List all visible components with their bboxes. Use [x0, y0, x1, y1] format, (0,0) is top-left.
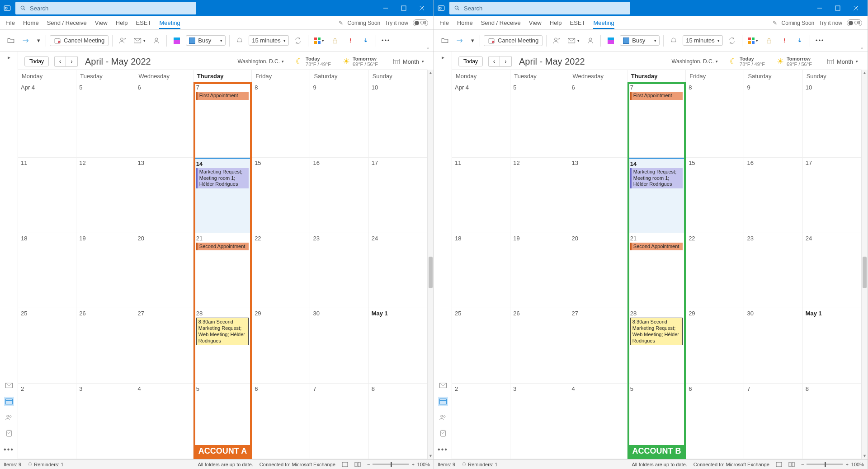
day-cell[interactable]: 26 — [76, 308, 135, 384]
calendar-icon[interactable] — [438, 397, 448, 406]
scroll-thumb[interactable] — [863, 257, 867, 288]
day-cell[interactable]: 19 — [510, 233, 569, 309]
day-cell[interactable]: 3 — [76, 384, 135, 459]
maximize-button[interactable] — [829, 0, 847, 16]
menu-help[interactable]: Help — [550, 19, 562, 26]
menu-file[interactable]: File — [5, 19, 15, 26]
zoom-control[interactable]: − + 100% — [367, 462, 430, 467]
day-cell[interactable]: 6 — [569, 82, 627, 158]
day-cell[interactable]: 6 — [686, 384, 744, 459]
day-cell[interactable]: 2 — [452, 384, 510, 459]
reminder-bell-icon[interactable] — [667, 34, 680, 47]
day-cell[interactable]: Apr 4 — [18, 82, 76, 158]
minimize-button[interactable] — [811, 0, 829, 16]
day-cell[interactable]: 8 — [686, 82, 744, 158]
menu-eset[interactable]: ESET — [570, 19, 585, 26]
day-cell[interactable]: 288:30am Second Marketing Request; Web M… — [627, 308, 686, 384]
calendar-event[interactable]: 8:30am Second Marketing Request; Web Mee… — [196, 318, 249, 345]
day-cell[interactable]: 24 — [369, 233, 427, 309]
response-options-icon[interactable]: ▾ — [132, 34, 147, 47]
search-input[interactable]: Search — [15, 2, 196, 14]
day-cell[interactable]: 6 — [252, 384, 310, 459]
day-cell[interactable]: 30 — [744, 308, 802, 384]
day-cell[interactable]: 12 — [510, 158, 569, 233]
menu-view[interactable]: View — [95, 19, 108, 26]
day-cell[interactable]: 30 — [310, 308, 368, 384]
day-cell[interactable]: 8 — [803, 384, 861, 459]
people-icon[interactable] — [439, 414, 447, 421]
menu-help[interactable]: Help — [116, 19, 128, 26]
try-it-now-link[interactable]: Try it now — [819, 20, 842, 26]
day-cell[interactable]: 7 — [310, 384, 368, 459]
day-cell[interactable]: 16 — [310, 158, 368, 233]
scrollbar[interactable]: ▲ ▼ — [427, 70, 434, 459]
forward-dropdown[interactable]: ▾ — [469, 34, 476, 47]
day-cell[interactable]: 13 — [569, 158, 627, 233]
day-cell[interactable]: 9 — [310, 82, 368, 158]
menu-file[interactable]: File — [439, 19, 449, 26]
forward-icon[interactable] — [20, 34, 33, 47]
day-cell[interactable]: 18 — [452, 233, 510, 309]
menu-home[interactable]: Home — [457, 19, 473, 26]
day-cell[interactable]: 24 — [803, 233, 861, 309]
view-reading-icon[interactable] — [788, 462, 795, 467]
ribbon-expand-icon[interactable]: ⌄ — [426, 44, 430, 50]
day-cell[interactable]: 3 — [510, 384, 569, 459]
status-reminders[interactable]: Reminders: 1 — [462, 462, 497, 467]
high-importance-icon[interactable]: ! — [778, 34, 791, 47]
coming-soon-toggle[interactable]: Off — [847, 19, 862, 26]
zoom-in-icon[interactable]: + — [845, 462, 848, 467]
low-importance-icon[interactable] — [793, 34, 806, 47]
show-as-icon[interactable] — [170, 34, 183, 47]
day-cell[interactable]: 8 — [369, 384, 427, 459]
day-cell[interactable]: 11 — [18, 158, 76, 233]
view-reading-icon[interactable] — [354, 462, 361, 467]
search-input[interactable]: Search — [449, 2, 630, 14]
day-cell[interactable]: 25 — [18, 308, 76, 384]
day-cell[interactable]: 15 — [686, 158, 744, 233]
recurrence-icon[interactable] — [726, 34, 738, 47]
maximize-button[interactable] — [395, 0, 413, 16]
categorize-icon[interactable]: ▾ — [746, 34, 760, 47]
reminder-dropdown[interactable]: 15 minutes▾ — [683, 35, 723, 46]
day-cell[interactable]: 26 — [510, 308, 569, 384]
show-as-dropdown[interactable]: Busy ▾ — [186, 35, 226, 46]
day-cell[interactable]: 25 — [452, 308, 510, 384]
day-cell[interactable]: 5 — [193, 384, 252, 459]
day-cell[interactable]: 5 — [76, 82, 135, 158]
try-it-now-link[interactable]: Try it now — [385, 20, 408, 26]
day-cell[interactable]: 11 — [452, 158, 510, 233]
scrollbar[interactable]: ▲ ▼ — [861, 70, 868, 459]
today-button[interactable]: Today — [24, 56, 49, 66]
day-cell[interactable]: May 1 — [803, 308, 861, 384]
day-cell[interactable]: 16 — [744, 158, 802, 233]
expand-rail-icon[interactable]: ▸ — [8, 54, 10, 61]
mail-icon[interactable] — [5, 382, 13, 389]
calendar-event[interactable]: Marketing Request; Meeting room 1; Hélde… — [630, 168, 683, 188]
day-cell[interactable]: 8 — [252, 82, 310, 158]
day-cell[interactable]: 9 — [744, 82, 802, 158]
close-button[interactable] — [847, 0, 865, 16]
day-cell[interactable]: 17 — [369, 158, 427, 233]
day-cell[interactable]: 29 — [252, 308, 310, 384]
next-button[interactable]: › — [500, 56, 512, 67]
day-cell[interactable]: 10 — [803, 82, 861, 158]
zoom-control[interactable]: − + 100% — [801, 462, 864, 467]
response-options-icon[interactable]: ▾ — [566, 34, 581, 47]
show-as-icon[interactable] — [604, 34, 617, 47]
minimize-button[interactable] — [377, 0, 395, 16]
menu-meeting[interactable]: Meeting — [159, 19, 180, 29]
day-cell[interactable]: 21Second Appointment — [193, 233, 252, 309]
day-cell[interactable]: 7 — [744, 384, 802, 459]
more-nav-icon[interactable]: ••• — [4, 446, 14, 454]
view-normal-icon[interactable] — [776, 462, 782, 467]
add-attendee-icon[interactable]: ? — [116, 34, 129, 47]
prev-button[interactable]: ‹ — [488, 56, 500, 67]
menu-view[interactable]: View — [529, 19, 542, 26]
private-icon[interactable] — [329, 34, 341, 47]
menu-sendreceive[interactable]: Send / Receive — [47, 19, 87, 26]
location-dropdown[interactable]: Washington, D.C.▾ — [237, 58, 284, 65]
day-cell[interactable]: 15 — [252, 158, 310, 233]
high-importance-icon[interactable]: ! — [344, 34, 357, 47]
view-dropdown[interactable]: Month▾ — [390, 56, 427, 67]
